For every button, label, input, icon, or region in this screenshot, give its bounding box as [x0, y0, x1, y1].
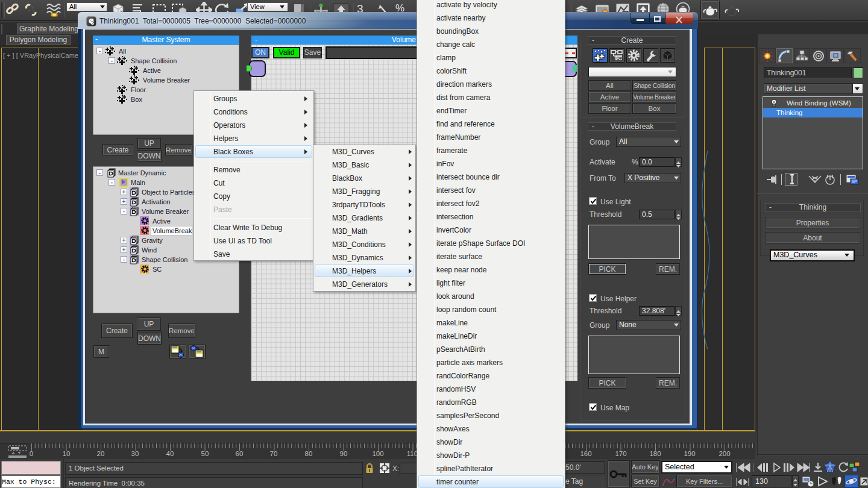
svg-text:OK: OK	[617, 56, 623, 60]
